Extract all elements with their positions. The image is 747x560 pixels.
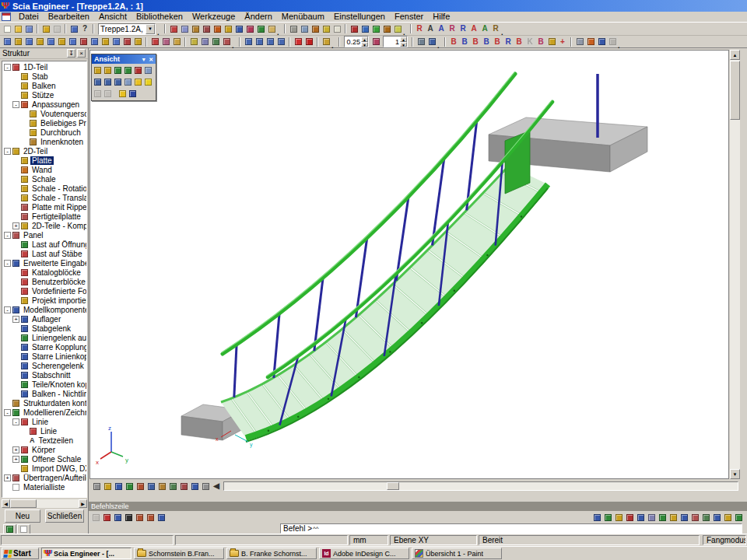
calculation-icon[interactable] xyxy=(349,23,359,34)
layout-4-icon[interactable] xyxy=(275,37,286,47)
join-icon[interactable] xyxy=(132,37,143,47)
tree-item-balken-nichtlinearität[interactable]: Balken - Nichtlinearität xyxy=(2,389,86,398)
menu-fenster[interactable]: Fenster xyxy=(390,12,428,22)
tree-item-linie[interactable]: Linie xyxy=(2,426,86,436)
view-top-icon[interactable] xyxy=(93,65,103,75)
chevron-down-icon[interactable]: ▼ xyxy=(141,57,146,62)
tree-item-durchbruch[interactable]: Durchbruch xyxy=(2,128,86,137)
expand-icon[interactable]: + xyxy=(12,316,19,323)
close-button[interactable]: Schließen xyxy=(45,509,84,523)
drawing-canvas[interactable]: z x y x y Ansicht ▼ ✕ xyxy=(89,50,729,479)
tree-item-übertragen-aufteilen-verbinden[interactable]: +Übertragen/Aufteilen/Verbinden xyxy=(2,473,86,482)
paste-add-icon[interactable] xyxy=(34,37,45,47)
raise-icon[interactable] xyxy=(221,37,232,47)
task-schornstein-b-fran[interactable]: Schornstein B.Fran... xyxy=(134,548,224,559)
tree-item-linie[interactable]: -Linie xyxy=(2,417,86,426)
spinner-down-icon[interactable]: ▼ xyxy=(400,42,407,47)
view-flag-icon[interactable] xyxy=(128,88,138,99)
print-preview-icon[interactable] xyxy=(299,23,310,34)
zoom-selection-icon[interactable] xyxy=(123,76,133,87)
zoom-window-icon[interactable] xyxy=(143,65,153,75)
cursor-step-spinner[interactable]: 0.25▲▼ xyxy=(344,36,369,47)
axis-icon[interactable] xyxy=(146,481,156,492)
collapse-icon[interactable]: - xyxy=(12,101,19,108)
print-icon[interactable] xyxy=(288,23,299,34)
expand-icon[interactable]: + xyxy=(12,456,19,463)
project-icon[interactable] xyxy=(168,23,179,34)
view-direction-icon[interactable] xyxy=(596,37,607,47)
beam-b3-icon[interactable]: B xyxy=(470,37,481,47)
snap-line-grid-icon[interactable] xyxy=(668,512,679,523)
mirror-icon[interactable] xyxy=(67,37,78,47)
horizontal-scroll-thumb[interactable] xyxy=(387,482,399,490)
view-axo-icon[interactable] xyxy=(123,65,133,75)
groups-icon[interactable] xyxy=(255,23,266,34)
toolbar-more-dot[interactable]: . xyxy=(437,44,442,47)
menu-ansicht[interactable]: Ansicht xyxy=(94,12,132,22)
beam-b6-icon[interactable]: R xyxy=(503,37,514,47)
gallery-icon[interactable] xyxy=(310,23,321,34)
cross-section-icon[interactable] xyxy=(212,23,223,34)
document-icon[interactable] xyxy=(321,23,331,34)
accelerate-icon[interactable] xyxy=(303,37,314,47)
database-icon[interactable] xyxy=(266,23,277,34)
toolbar-more-dot[interactable]: . xyxy=(331,44,336,47)
angle-abs-icon[interactable] xyxy=(101,512,112,523)
tree-item-stütze[interactable]: Stütze xyxy=(2,90,86,100)
snap-endpoint-icon[interactable] xyxy=(591,512,602,523)
task-scia-engineer[interactable]: ΨScia Engineer - [... xyxy=(41,548,132,559)
menu-werkzeuge[interactable]: Werkzeuge xyxy=(188,12,240,22)
report-icon[interactable] xyxy=(331,23,342,34)
copy-add-icon[interactable] xyxy=(23,37,34,47)
scroll-right-icon[interactable]: ▶ xyxy=(79,499,87,508)
protractor-icon[interactable] xyxy=(135,481,146,492)
menu-bibliotheken[interactable]: Bibliotheken xyxy=(132,12,188,22)
tree-scroll-thumb[interactable] xyxy=(10,499,37,508)
layout-1-icon[interactable] xyxy=(243,37,254,47)
tree-item-teile-knoten-koppeln[interactable]: Teile/Knoten koppeln xyxy=(2,380,86,389)
menu-bearbeiten[interactable]: Bearbeiten xyxy=(44,12,94,22)
tables-icon[interactable] xyxy=(392,23,403,34)
tree-item-schale-translationsfläche[interactable]: Schale - Translationsfläche xyxy=(2,193,86,202)
views-folder-icon[interactable] xyxy=(133,76,143,87)
close-icon[interactable]: ✕ xyxy=(149,57,153,62)
view-side-icon[interactable] xyxy=(113,65,123,75)
load-cases-icon[interactable] xyxy=(233,23,244,34)
task-b-franke-schornst[interactable]: B. Franke Schornst... xyxy=(226,548,317,559)
libraries-icon[interactable] xyxy=(179,23,190,34)
ucs-icon[interactable] xyxy=(426,37,437,47)
layers-icon[interactable] xyxy=(223,23,233,34)
collapse-icon[interactable]: - xyxy=(4,260,11,267)
tree-item-starre-linienkopplungen[interactable]: Starre Linienkopplungen xyxy=(2,352,86,361)
select-poly-icon[interactable] xyxy=(160,37,171,47)
beam-b5-icon[interactable]: B xyxy=(492,37,503,47)
tree-item-platte[interactable]: Platte xyxy=(2,156,86,165)
toolbar-more-dot[interactable]: . xyxy=(501,31,506,34)
tree-item-last-auf-stäbe[interactable]: Last auf Stäbe xyxy=(2,249,86,258)
open-icon[interactable] xyxy=(12,23,23,34)
tree-item-voutenquerschnitt[interactable]: Voutenquerschnitt xyxy=(2,109,86,118)
tree-item-auflager[interactable]: +Auflager xyxy=(2,314,86,324)
catalog-icon[interactable] xyxy=(190,23,201,34)
new-icon[interactable] xyxy=(2,23,12,34)
angle-rel-icon[interactable] xyxy=(112,512,123,523)
link-icon[interactable] xyxy=(91,481,102,492)
perpendicular-icon[interactable] xyxy=(123,512,134,523)
expand-icon[interactable]: + xyxy=(12,222,19,229)
view-params-icon[interactable] xyxy=(607,37,618,47)
lamp-icon[interactable] xyxy=(143,76,153,87)
collapse-icon[interactable]: - xyxy=(12,418,19,425)
ruler-icon[interactable] xyxy=(124,481,135,492)
collapse-icon[interactable]: - xyxy=(4,409,11,416)
pencil-icon[interactable] xyxy=(102,481,113,492)
toolbar-more-dot[interactable]: . xyxy=(157,31,162,34)
tree-item-schale[interactable]: Schale xyxy=(2,174,86,184)
label-A-blue-icon[interactable]: A xyxy=(436,23,447,34)
view-player-icon[interactable] xyxy=(133,65,143,75)
scroll-up-icon[interactable]: ▲ xyxy=(730,50,740,60)
layout-3-icon[interactable] xyxy=(265,37,275,47)
close-icon[interactable]: × xyxy=(77,49,86,58)
snap-lock-icon[interactable] xyxy=(722,512,733,523)
scroll-down-icon[interactable]: ▼ xyxy=(730,469,740,479)
label-R-magenta-icon[interactable]: R xyxy=(447,23,458,34)
